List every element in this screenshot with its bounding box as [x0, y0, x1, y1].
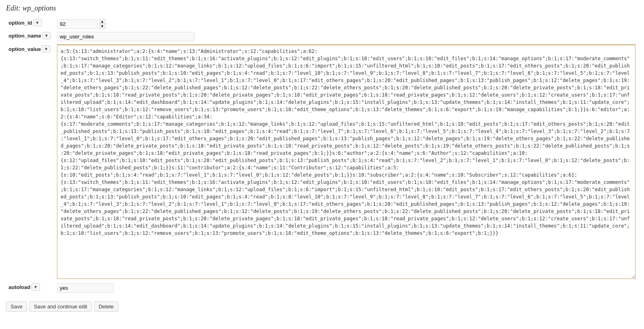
save-button[interactable]: Save — [6, 302, 27, 312]
option-id-spinner-up[interactable]: ▲ — [99, 19, 105, 24]
option-id-label-wrapper: option_id ▼ — [8, 19, 52, 26]
option-id-input-group: ▲ ▼ — [57, 19, 636, 29]
page-title: Edit: wp_options — [6, 4, 638, 13]
autoload-label: autoload — [8, 284, 30, 290]
option-id-input-cell: ▲ ▼ — [55, 17, 638, 30]
option-value-dropdown-btn[interactable]: ▼ — [42, 45, 51, 53]
option-value-label-cell: option_value ▼ — [6, 43, 55, 282]
option-id-label: option_id — [8, 20, 32, 26]
autoload-dropdown-btn[interactable]: ▼ — [31, 283, 40, 291]
autoload-row: autoload ▼ — [6, 282, 638, 294]
option-id-spinner: ▲ ▼ — [99, 19, 105, 29]
option-name-input[interactable] — [57, 32, 194, 41]
edit-form-table: option_id ▼ ▲ ▼ — [6, 17, 638, 294]
delete-button[interactable]: Delete — [94, 302, 118, 312]
action-row: Save Save and continue edit Delete — [6, 298, 638, 315]
option-id-label-cell: option_id ▼ — [6, 17, 55, 30]
option-id-row: option_id ▼ ▲ ▼ — [6, 17, 638, 30]
autoload-input[interactable] — [57, 283, 114, 293]
option-id-dropdown-btn[interactable]: ▼ — [33, 19, 42, 26]
option-name-label-wrapper: option_name ▼ — [8, 32, 52, 39]
option-name-dropdown-btn[interactable]: ▼ — [42, 32, 51, 39]
option-name-input-cell — [55, 30, 638, 43]
option-value-label: option_value — [8, 46, 41, 52]
option-name-row: option_name ▼ — [6, 30, 638, 43]
autoload-label-cell: autoload ▼ — [6, 282, 55, 294]
option-value-input-cell: a:5:{s:13:"administrator";a:2:{s:4:"name… — [55, 43, 638, 282]
save-continue-button[interactable]: Save and continue edit — [29, 302, 92, 312]
autoload-input-cell — [55, 282, 638, 294]
option-value-textarea[interactable]: a:5:{s:13:"administrator";a:2:{s:4:"name… — [57, 44, 636, 279]
option-value-label-wrapper: option_value ▼ — [8, 45, 52, 53]
option-name-label: option_name — [8, 33, 41, 39]
option-value-textarea-wrapper: a:5:{s:13:"administrator";a:2:{s:4:"name… — [57, 44, 636, 280]
option-id-input[interactable] — [57, 19, 97, 29]
option-id-spinner-down[interactable]: ▼ — [99, 24, 105, 29]
option-name-label-cell: option_name ▼ — [6, 30, 55, 43]
page-container: Edit: wp_options option_id ▼ ▲ ▼ — [0, 0, 644, 329]
option-value-row: option_value ▼ a:5:{s:13:"administrator"… — [6, 43, 638, 282]
autoload-label-wrapper: autoload ▼ — [8, 283, 52, 291]
